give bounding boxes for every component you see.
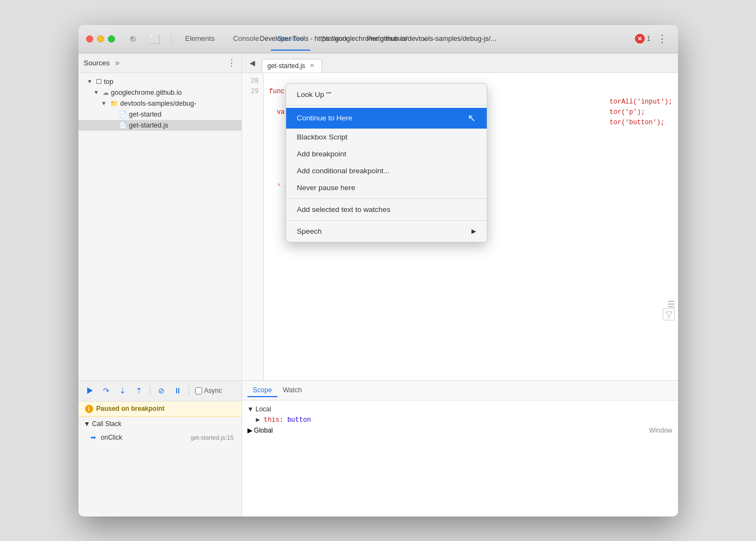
close-button[interactable] [86,35,93,42]
context-menu-divider3 [286,220,487,221]
window-label: Window [649,427,673,434]
navigate-back-button[interactable]: ◀ [245,56,259,70]
arrow-icon: ▼ [101,100,108,106]
context-menu-lookup[interactable]: Look Up "" [286,86,487,103]
file-tab-getstarted[interactable]: get-started.js ✕ [262,59,322,72]
tree-item-folder[interactable]: ▼ 📁 devtools-samples/debug- [78,98,241,109]
context-menu-add-watches[interactable]: Add selected text to watches [286,201,487,218]
tree-label-file2: get-started.js [129,121,168,129]
this-prop-name: this [264,416,280,424]
tree-label-folder: devtools-samples/debug- [120,100,197,107]
callstack-fn-name: onClick [101,434,122,441]
step-into-button[interactable]: ⇣ [116,384,130,398]
tree-label-file1: get-started [129,111,162,118]
divider2 [189,386,189,396]
tree-item-top[interactable]: ▼ ☐ top [78,76,241,87]
submenu-arrow-icon: ▶ [471,228,476,235]
sidebar-tree: ▼ ☐ top ▼ ☁ googlechrome.github.io ▼ 📁 d… [78,73,241,380]
sidebar-options-button[interactable]: ⋮ [227,58,236,68]
collapse-icon[interactable]: ▽ [663,308,675,320]
tree-label-top: top [104,78,113,86]
bottom-area: ↷ ⇣ ⇡ ⊘ ⏸ Async i Paused on breakpoint ▼… [78,380,678,516]
tree-label-domain: googlechrome.github.io [111,89,182,96]
global-scope-header[interactable]: ▶ Global Window [247,425,673,436]
cloud-icon: ☁ [102,89,109,96]
file-tabs: ◀ get-started.js ✕ [242,53,678,73]
main-content: Sources » ⋮ ▼ ☐ top ▼ ☁ googlechrome.git… [78,53,678,380]
context-menu-divider [286,105,487,106]
async-input[interactable] [195,387,202,394]
js-file-icon: 📄 [119,121,127,129]
context-menu-add-conditional[interactable]: Add conditional breakpoint... [286,162,487,179]
cursor-icon[interactable]: ⎋ [125,31,141,46]
settings-icon[interactable]: ⋮ [654,31,670,46]
traffic-lights [86,35,115,42]
context-menu: Look Up "" Continue to Here ↖ Blackbox S… [286,83,487,242]
pause-on-exceptions-button[interactable]: ⏸ [171,384,185,398]
callstack-file-ref: get-started.js:15 [191,434,234,441]
divider [171,33,171,44]
info-icon: i [85,405,93,413]
context-menu-add-breakpoint[interactable]: Add breakpoint [286,145,487,162]
error-badge[interactable]: ✕ 1 [635,34,651,44]
resume-button[interactable] [83,384,97,398]
step-over-button[interactable]: ↷ [99,384,113,398]
mobile-icon[interactable]: ⬜ [147,31,163,46]
file-tab-label: get-started.js [268,62,305,70]
toolbar-right: ✕ 1 ⋮ [635,31,670,46]
context-menu-never-pause[interactable]: Never pause here [286,179,487,196]
divider [150,386,150,396]
context-menu-divider2 [286,198,487,199]
sidebar: Sources » ⋮ ▼ ☐ top ▼ ☁ googlechrome.git… [78,53,242,380]
context-menu-blackbox[interactable]: Blackbox Script [286,129,487,145]
context-menu-continue[interactable]: Continue to Here ↖ [286,108,487,129]
callstack-header[interactable]: ▼ Call Stack [78,417,241,431]
folder-icon: 📁 [110,100,118,107]
maximize-button[interactable] [108,35,115,42]
tab-elements[interactable]: Elements [179,27,221,51]
scope-item-this[interactable]: ▶ this: button [247,415,673,425]
minimize-button[interactable] [97,35,104,42]
debug-toolbar: ↷ ⇣ ⇡ ⊘ ⏸ Async [78,381,241,402]
local-scope-header[interactable]: ▼ Local [247,404,673,415]
async-checkbox[interactable]: Async [195,387,222,394]
paused-label: Paused on breakpoint [96,405,165,412]
async-label: Async [204,387,222,394]
close-tab-icon[interactable]: ✕ [309,62,316,70]
scope-content: ▼ Local ▶ this: button ▶ Global Window [242,400,678,516]
cursor-indicator: ↖ [468,112,476,124]
context-menu-speech[interactable]: Speech ▶ [286,223,487,240]
arrow-icon: ➡ [90,434,96,441]
titlebar: ⎋ ⬜ Elements Console Sources Network Per… [78,25,678,53]
step-out-button[interactable]: ⇡ [132,384,146,398]
arrow-icon: ▼ [87,78,94,84]
code-area: ◀ get-started.js ✕ 28 29 func [242,53,678,380]
deactivate-breakpoints-button[interactable]: ⊘ [154,384,168,398]
callstack-item-onclick[interactable]: ➡ onClick get-started.js:15 [78,431,241,444]
file-icon: 📄 [119,111,127,118]
tree-item-domain[interactable]: ▼ ☁ googlechrome.github.io [78,87,241,98]
devtools-window: ⎋ ⬜ Elements Console Sources Network Per… [78,25,678,516]
debug-controls: ↷ ⇣ ⇡ ⊘ ⏸ Async i Paused on breakpoint ▼… [78,381,242,516]
arrow-icon: ▼ [94,89,100,95]
sidebar-header: Sources » ⋮ [78,53,241,73]
scope-tabs: Scope Watch [242,381,678,400]
window-title: Developer Tools - https://googlechrome.g… [259,35,496,42]
this-prop-val: button [287,416,311,424]
sidebar-more-button[interactable]: » [113,57,122,68]
tree-item-file1[interactable]: ▶ 📄 get-started [78,109,241,120]
line-numbers: 28 29 [242,73,264,380]
paused-notice: i Paused on breakpoint [78,402,241,417]
tab-scope[interactable]: Scope [247,384,277,397]
right-panel: Scope Watch ▼ Local ▶ this: button ▶ Glo… [242,381,678,516]
tree-item-file2[interactable]: ▶ 📄 get-started.js [78,120,241,131]
folder-icon: ☐ [96,78,102,86]
tab-watch[interactable]: Watch [277,384,307,397]
sidebar-label: Sources [84,59,110,67]
error-icon: ✕ [635,34,645,44]
